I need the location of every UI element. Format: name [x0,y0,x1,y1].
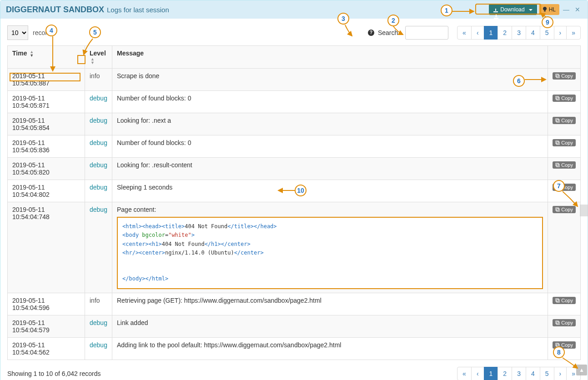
copy-icon [555,207,560,212]
svg-rect-5 [557,120,559,122]
page-last[interactable]: » [566,26,581,40]
page-4[interactable]: 4 [526,26,540,40]
copy-icon [555,320,560,325]
cell-level[interactable]: debug [85,91,112,113]
page-first[interactable]: « [457,26,472,40]
logs-panel: DIGGERNAUT SANDBOX Logs for last session… [0,0,588,380]
page-prev[interactable]: ‹ [471,26,484,40]
svg-rect-19 [557,344,559,347]
cell-level[interactable]: debug [85,180,112,202]
svg-rect-14 [556,299,558,301]
caret-down-icon [527,6,533,13]
table-row: 2019-05-11 10:54:04:579debugLink addedCo… [8,315,581,337]
svg-rect-1 [557,75,559,78]
copy-button[interactable]: Copy [553,117,576,124]
svg-rect-15 [557,300,559,302]
page-3[interactable]: 3 [512,367,526,380]
cell-time: 2019-05-11 10:54:05:871 [8,91,85,113]
copy-button[interactable]: Copy [553,206,576,213]
svg-rect-7 [557,142,559,145]
copy-button[interactable]: Copy [553,297,576,304]
cell-message: Page content:<html><head><title>404 Not … [112,202,548,293]
cell-message: Looking for: .result-content [112,158,548,180]
cell-time: 2019-05-11 10:54:04:579 [8,315,85,337]
page-2[interactable]: 2 [498,367,512,380]
col-message-header[interactable]: Message [112,46,548,69]
search-input[interactable] [405,26,448,40]
page-2[interactable]: 2 [498,26,512,40]
cell-time: 2019-05-11 10:54:05:820 [8,158,85,180]
svg-rect-2 [556,96,558,99]
page-next[interactable]: › [554,367,567,380]
cell-level[interactable]: debug [85,135,112,158]
cell-copy: Copy [548,337,581,360]
svg-rect-12 [556,208,558,210]
download-button[interactable]: Download [489,4,537,15]
col-time-header[interactable]: Time ▲▼ [8,46,85,69]
copy-button[interactable]: Copy [553,95,576,102]
page-3[interactable]: 3 [512,26,526,40]
table-row: 2019-05-11 10:54:05:871debugNumber of fo… [8,91,581,113]
cell-copy: Copy [548,293,581,315]
cell-level: info [85,293,112,315]
page-prev[interactable]: ‹ [471,367,484,380]
table-row: 2019-05-11 10:54:04:802debugSleeping 1 s… [8,180,581,202]
sort-icon: ▲▼ [90,57,95,65]
copy-button[interactable]: Copy [553,161,576,169]
page-1[interactable]: 1 [484,26,498,40]
copy-icon [555,185,560,190]
table-row: 2019-05-11 10:54:05:887infoScrape is don… [8,69,581,91]
table-row: 2019-05-11 10:54:05:836debugNumber of fo… [8,135,581,158]
page-next[interactable]: › [554,26,567,40]
pagination-bottom: «‹12345›» [457,367,581,380]
cell-level: info [85,69,112,91]
table-row: 2019-05-11 10:54:04:562debugAdding link … [8,337,581,360]
cell-level[interactable]: debug [85,113,112,135]
page-4[interactable]: 4 [526,367,540,380]
sort-icon: ▲▼ [30,50,34,57]
copy-button[interactable]: Copy [553,341,576,349]
cell-level[interactable]: debug [85,315,112,337]
copy-button[interactable]: Copy [553,72,576,80]
scroll-top-button[interactable]: ▲ [576,365,587,375]
page-5[interactable]: 5 [540,26,554,40]
page-content-code: <html><head><title>404 Not Found</title>… [117,217,543,289]
page-first[interactable]: « [457,367,472,380]
svg-rect-10 [556,185,558,188]
panel-title: DIGGERNAUT SANDBOX [6,5,104,15]
table-row: 2019-05-11 10:54:04:596infoRetrieving pa… [8,293,581,315]
cell-message: Sleeping 1 seconds [112,180,548,202]
minimize-button[interactable]: — [561,6,571,13]
page-1[interactable]: 1 [484,367,498,380]
cell-time: 2019-05-11 10:54:04:802 [8,180,85,202]
hl-button[interactable]: HL [539,4,559,15]
cell-level[interactable]: debug [85,337,112,360]
copy-button[interactable]: Copy [553,139,576,146]
copy-button[interactable]: Copy [553,184,576,191]
cell-copy: Copy [548,158,581,180]
close-panel-button[interactable]: ✕ [573,6,582,13]
cell-level[interactable]: debug [85,202,112,293]
copy-icon [555,118,560,123]
records-label: records [33,29,54,36]
svg-rect-4 [556,119,558,121]
cell-level[interactable]: debug [85,158,112,180]
copy-button[interactable]: Copy [553,319,576,326]
cell-copy: Copy [548,180,581,202]
cell-time: 2019-05-11 10:54:04:748 [8,202,85,293]
logs-table: Time ▲▼ Level ▲▼ Message 2019-05-11 10:5… [7,45,581,360]
cell-copy: Copy [548,69,581,91]
records-select[interactable]: 10 [7,25,28,40]
page-5[interactable]: 5 [540,367,554,380]
table-row: 2019-05-11 10:54:04:748debugPage content… [8,202,581,293]
cell-message: Retrieving page (GET): https://www.digge… [112,293,548,315]
svg-rect-8 [556,163,558,166]
panel-body: 10 records ? Search : «‹12345›» Time ▲▼ [0,19,588,380]
cell-message: Number of found blocks: 0 [112,135,548,158]
help-icon[interactable]: ? [368,30,374,36]
cell-time: 2019-05-11 10:54:04:596 [8,293,85,315]
cell-message: Looking for: .next a [112,113,548,135]
cell-copy: Copy [548,202,581,293]
svg-rect-18 [556,343,558,346]
col-level-header[interactable]: Level ▲▼ [85,46,112,69]
